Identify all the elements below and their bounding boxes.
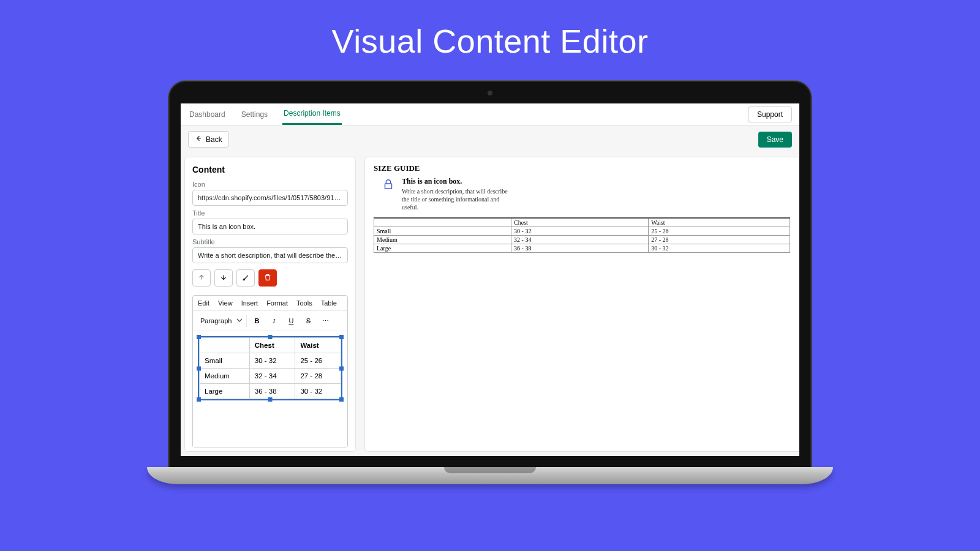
- italic-icon: I: [273, 317, 276, 324]
- back-label: Back: [206, 135, 222, 144]
- rte-toolbar: Paragraph B I U S ⋯: [193, 311, 347, 331]
- italic-button[interactable]: I: [266, 313, 281, 328]
- preview-cell: Small: [374, 227, 511, 236]
- preview-th: Chest: [511, 218, 649, 227]
- table-header[interactable]: Waist: [295, 338, 341, 353]
- rte-menu-format[interactable]: Format: [266, 299, 288, 307]
- preview-table: Chest Waist Small 30 - 32 25 - 26 Medium: [374, 217, 790, 253]
- rte-menu: Edit View Insert Format Tools Table: [193, 296, 347, 311]
- arrow-left-icon: [195, 135, 202, 144]
- tab-settings[interactable]: Settings: [240, 103, 269, 125]
- resize-handle[interactable]: [339, 366, 344, 370]
- table-cell[interactable]: 27 - 28: [295, 369, 341, 384]
- editor-table-selection[interactable]: Chest Waist Small 30 - 32 25 - 26: [198, 336, 342, 400]
- move-down-button[interactable]: [214, 269, 233, 287]
- style-button[interactable]: [236, 269, 255, 287]
- subtitle-input[interactable]: [192, 247, 348, 263]
- table-cell[interactable]: Medium: [200, 369, 250, 384]
- preview-row: Large 36 - 38 30 - 32: [374, 244, 790, 253]
- rich-text-editor: Edit View Insert Format Tools Table Para…: [192, 295, 348, 448]
- subtitle-label: Subtitle: [192, 238, 348, 246]
- resize-handle[interactable]: [197, 366, 201, 370]
- more-button[interactable]: ⋯: [318, 313, 333, 328]
- back-button[interactable]: Back: [188, 131, 229, 148]
- move-up-button[interactable]: [192, 269, 211, 287]
- rte-menu-view[interactable]: View: [218, 299, 233, 307]
- resize-handle[interactable]: [339, 397, 344, 402]
- table-header[interactable]: [200, 338, 250, 353]
- save-button[interactable]: Save: [758, 132, 792, 148]
- title-label: Title: [192, 209, 348, 217]
- camera-icon: [488, 91, 492, 96]
- preview-cell: 32 - 34: [511, 236, 649, 244]
- rte-menu-edit[interactable]: Edit: [198, 299, 209, 307]
- table-header[interactable]: Chest: [249, 338, 295, 353]
- page-title: Visual Content Editor: [0, 0, 980, 60]
- resize-handle[interactable]: [339, 335, 344, 339]
- resize-handle[interactable]: [268, 335, 273, 339]
- support-button[interactable]: Support: [748, 107, 792, 122]
- icon-label: Icon: [192, 181, 348, 188]
- editor-table[interactable]: Chest Waist Small 30 - 32 25 - 26: [199, 337, 341, 399]
- preview-iconbox-title: This is an icon box.: [402, 177, 512, 186]
- laptop-frame: Dashboard Settings Description Items Sup…: [168, 81, 812, 484]
- arrow-up-icon: [197, 273, 206, 283]
- svg-rect-0: [385, 184, 392, 189]
- strike-button[interactable]: S: [301, 313, 315, 328]
- table-row[interactable]: Medium 32 - 34 27 - 28: [200, 369, 341, 384]
- preview-title: SIZE GUIDE: [374, 163, 790, 173]
- table-cell[interactable]: Large: [200, 384, 250, 399]
- more-icon: ⋯: [322, 317, 329, 325]
- nav-tabs: Dashboard Settings Description Items: [188, 103, 342, 125]
- table-row[interactable]: Large 36 - 38 30 - 32: [200, 384, 341, 399]
- preview-cell: 27 - 28: [649, 236, 790, 244]
- rte-menu-insert[interactable]: Insert: [241, 299, 258, 307]
- preview-cell: Medium: [374, 236, 511, 244]
- preview-iconbox-subtitle: Write a short description, that will des…: [402, 187, 512, 211]
- delete-button[interactable]: [258, 269, 277, 287]
- preview-cell: 30 - 32: [511, 227, 649, 236]
- preview-th: [374, 218, 511, 227]
- trash-icon: [263, 273, 272, 283]
- rte-menu-tools[interactable]: Tools: [296, 299, 312, 307]
- block-style-dropdown[interactable]: Paragraph: [197, 315, 247, 327]
- editor-body: Content Icon Title Subtitle: [181, 153, 799, 456]
- rte-content[interactable]: Chest Waist Small 30 - 32 25 - 26: [193, 331, 347, 448]
- laptop-base: [147, 467, 833, 484]
- table-cell[interactable]: 25 - 26: [295, 353, 341, 369]
- preview-th: Waist: [649, 218, 790, 227]
- tab-description-items[interactable]: Description Items: [282, 103, 342, 125]
- preview-panel: SIZE GUIDE This is an icon box. Write a …: [364, 157, 799, 452]
- table-cell[interactable]: 36 - 38: [249, 384, 295, 399]
- resize-handle[interactable]: [197, 335, 201, 339]
- laptop-bezel: Dashboard Settings Description Items Sup…: [168, 81, 812, 468]
- underline-button[interactable]: U: [284, 313, 298, 328]
- resize-handle[interactable]: [197, 397, 201, 402]
- section-title: Content: [192, 165, 348, 174]
- icon-input[interactable]: [192, 190, 348, 206]
- preview-row: Small 30 - 32 25 - 26: [374, 227, 790, 236]
- chevron-down-icon: [236, 317, 243, 324]
- preview-cell: 30 - 32: [649, 244, 790, 253]
- rte-menu-table[interactable]: Table: [321, 299, 337, 307]
- lock-icon: [381, 177, 396, 192]
- laptop-notch: [444, 467, 536, 473]
- table-cell[interactable]: Small: [200, 353, 250, 369]
- topbar: Dashboard Settings Description Items Sup…: [181, 103, 799, 126]
- underline-icon: U: [288, 317, 293, 324]
- preview-row: Medium 32 - 34 27 - 28: [374, 236, 790, 244]
- arrow-down-icon: [219, 273, 228, 283]
- bold-icon: B: [254, 317, 259, 324]
- table-cell[interactable]: 30 - 32: [249, 353, 295, 369]
- preview-iconbox: This is an icon box. Write a short descr…: [381, 177, 790, 211]
- resize-handle[interactable]: [268, 397, 273, 402]
- bold-button[interactable]: B: [249, 313, 264, 328]
- subheader: Back Save: [181, 126, 799, 153]
- table-cell[interactable]: 30 - 32: [295, 384, 341, 399]
- block-style-label: Paragraph: [200, 317, 232, 324]
- tab-dashboard[interactable]: Dashboard: [188, 103, 227, 125]
- table-row[interactable]: Small 30 - 32 25 - 26: [200, 353, 341, 369]
- title-input[interactable]: [192, 219, 348, 234]
- table-cell[interactable]: 32 - 34: [249, 369, 295, 384]
- strike-icon: S: [306, 317, 311, 324]
